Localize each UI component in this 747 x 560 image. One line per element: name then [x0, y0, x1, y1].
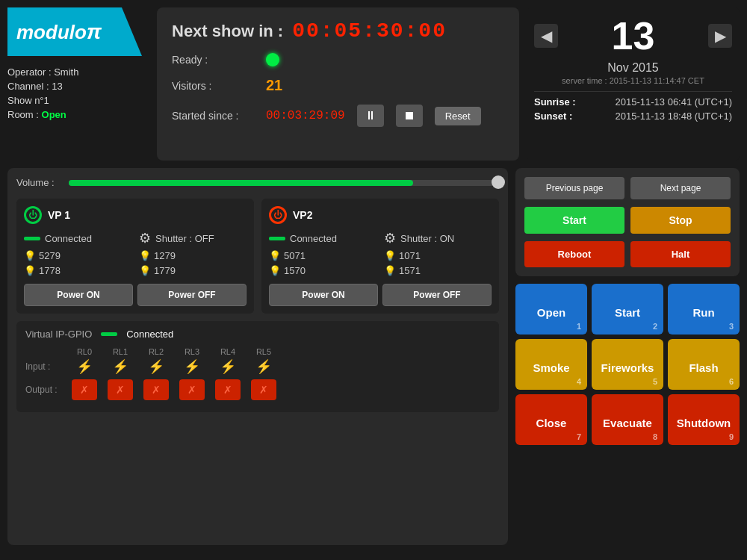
vp1-panel: ⏻ VP 1 Connected ⚙ Shutter : OFF 💡 5279	[16, 199, 254, 314]
logo-text: moduloπ	[16, 20, 102, 44]
vp1-power-on-button[interactable]: Power ON	[24, 284, 133, 306]
gpio-input-2: ⚡	[138, 358, 174, 375]
vp1-shutter-icon: ⚙	[139, 230, 151, 246]
gpio-input-4: ⚡	[210, 358, 246, 375]
gpio-connected-label: Connected	[126, 329, 173, 340]
gpio-col-rl3: RL3	[174, 347, 210, 356]
cal-day: 13	[558, 13, 708, 58]
scene-button-evacuate[interactable]: Evacuate8	[592, 394, 663, 445]
vp1-connected-row: Connected	[24, 230, 131, 246]
gpio-title: Virtual IP-GPIO	[25, 329, 92, 340]
gpio-output-5[interactable]: ✗	[251, 379, 276, 400]
scene-button-smoke[interactable]: Smoke4	[515, 339, 587, 390]
started-time: 00:03:29:09	[266, 109, 345, 122]
operator-info: Operator : Smith	[7, 66, 149, 78]
scene-button-flash[interactable]: Flash6	[668, 339, 740, 390]
vp2-power-off-button[interactable]: Power OFF	[382, 284, 492, 306]
reset-button[interactable]: Reset	[435, 107, 481, 125]
vp1-val1: 💡 5279	[24, 250, 131, 261]
reboot-button[interactable]: Reboot	[524, 241, 624, 267]
gpio-output-row: Output : ✗ ✗ ✗ ✗ ✗ ✗	[25, 379, 490, 400]
cal-server-time: server time : 2015-11-13 11:14:47 CET	[534, 76, 732, 85]
scene-button-shutdown[interactable]: Shutdown9	[668, 394, 740, 445]
vp2-shutter-label: Shutter : ON	[400, 233, 454, 244]
vp1-shutter-label: Shutter : OFF	[155, 233, 214, 244]
vp2-connected-indicator	[269, 237, 285, 240]
scene-button-run[interactable]: Run3	[668, 284, 740, 335]
gpio-output-2[interactable]: ✗	[143, 379, 169, 400]
vp2-val3: 💡 1071	[384, 250, 492, 261]
vp1-connected-label: Connected	[45, 233, 92, 244]
vp1-power-icon[interactable]: ⏻	[24, 206, 42, 224]
volume-track[interactable]	[69, 180, 499, 186]
timer-panel: Next show in : 00:05:30:00 Ready : Visit…	[157, 7, 519, 161]
started-label: Started since :	[172, 110, 254, 122]
gpio-output-4[interactable]: ✗	[215, 379, 241, 400]
gpio-input-row: Input : ⚡ ⚡ ⚡ ⚡ ⚡ ⚡	[25, 358, 490, 375]
ready-label: Ready :	[172, 54, 254, 66]
scene-button-fireworks[interactable]: Fireworks5	[592, 339, 663, 390]
gpio-input-label: Input :	[25, 361, 66, 372]
stop-button[interactable]: Stop	[630, 207, 731, 234]
cal-prev-button[interactable]: ◀	[534, 24, 558, 48]
gpio-col-rl4: RL4	[210, 347, 246, 356]
scene-button-open[interactable]: Open1	[515, 284, 587, 335]
scene-button-start[interactable]: Start2	[592, 284, 663, 335]
vp2-connected-label: Connected	[290, 233, 337, 244]
vp2-shutter-row: ⚙ Shutter : ON	[384, 230, 492, 246]
pause-button[interactable]: ⏸	[357, 105, 384, 127]
calendar-panel: ◀ 13 ▶ Nov 2015 server time : 2015-11-13…	[527, 7, 740, 161]
sunset-value: 2015-11-13 18:48 (UTC+1)	[616, 111, 732, 122]
cal-next-button[interactable]: ▶	[708, 24, 732, 48]
controls-box: Previous page Next page Start Stop Reboo…	[515, 168, 740, 276]
volume-thumb	[492, 175, 505, 189]
gpio-col-rl5: RL5	[246, 347, 282, 356]
vp1-name: VP 1	[48, 209, 70, 221]
vp2-name: VP2	[293, 209, 312, 221]
logo: moduloπ	[7, 7, 142, 56]
visitors-count: 21	[266, 77, 282, 94]
gpio-input-0: ⚡	[66, 358, 102, 375]
right-panel: Previous page Next page Start Stop Reboo…	[515, 168, 740, 545]
vp1-val2: 💡 1778	[24, 265, 131, 276]
gpio-output-label: Output :	[25, 385, 66, 395]
vp1-power-off-button[interactable]: Power OFF	[137, 284, 247, 306]
vp1-val3: 💡 1279	[139, 250, 247, 261]
start-button[interactable]: Start	[524, 207, 624, 234]
gpio-output-1[interactable]: ✗	[108, 379, 133, 400]
vp2-val4: 💡 1571	[384, 265, 492, 276]
previous-page-button[interactable]: Previous page	[524, 177, 624, 199]
vp2-panel: ⏻ VP2 Connected ⚙ Shutter : ON 💡 5071	[261, 199, 499, 314]
visitors-label: Visitors :	[172, 80, 254, 92]
gpio-input-3: ⚡	[174, 358, 210, 375]
vp2-connected-row: Connected	[269, 230, 376, 246]
gpio-connected-indicator	[101, 332, 117, 336]
scene-button-close[interactable]: Close7	[515, 394, 587, 445]
vp1-connected-indicator	[24, 237, 40, 240]
gpio-col-rl2: RL2	[138, 347, 174, 356]
channel-info: Channel : 13	[7, 81, 149, 92]
logo-pi: π	[87, 20, 102, 43]
next-page-button[interactable]: Next page	[630, 177, 731, 199]
gpio-col-rl0: RL0	[66, 347, 102, 356]
scene-grid: Open1Start2Run3Smoke4Fireworks5Flash6Clo…	[515, 284, 740, 445]
vp2-power-on-button[interactable]: Power ON	[269, 284, 378, 306]
ready-indicator	[266, 53, 279, 66]
cal-month: Nov 2015	[534, 61, 732, 75]
gpio-section: Virtual IP-GPIO Connected RL0 RL1 RL2 RL…	[16, 321, 499, 412]
gpio-output-3[interactable]: ✗	[179, 379, 205, 400]
vp2-power-icon[interactable]: ⏻	[269, 206, 287, 224]
halt-button[interactable]: Halt	[630, 241, 731, 267]
control-panel: Volume : ⏻ VP 1 Connected	[7, 168, 508, 545]
stop-small-button[interactable]: ⏹	[396, 105, 423, 127]
show-info: Show n°1	[7, 95, 149, 106]
logo-panel: moduloπ Operator : Smith Channel : 13 Sh…	[7, 7, 149, 161]
gpio-output-0[interactable]: ✗	[72, 379, 97, 400]
next-show-label: Next show in :	[172, 22, 283, 41]
vp2-val2: 💡 1570	[269, 265, 376, 276]
vp2-val1: 💡 5071	[269, 250, 376, 261]
gpio-col-rl1: RL1	[102, 347, 138, 356]
vp1-val4: 💡 1779	[139, 265, 247, 276]
next-show-time: 00:05:30:00	[292, 19, 447, 43]
sunrise-value: 2015-11-13 06:41 (UTC+1)	[616, 96, 732, 108]
